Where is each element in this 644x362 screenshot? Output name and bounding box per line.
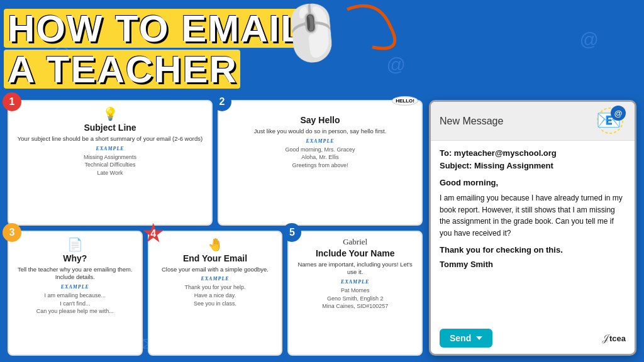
email-header-title: New Message xyxy=(440,116,503,127)
card-2-example-label: EXAMPLE xyxy=(225,138,415,144)
card-3: 3 📄 Why? Tell the teacher why you are em… xyxy=(8,231,143,356)
card-4-title: End Your Email xyxy=(155,253,275,263)
send-dropdown-arrow xyxy=(476,336,482,340)
email-body: To: myteacher@myschool.org Subject: Miss… xyxy=(431,141,635,329)
card-3-example-text: I am emailing because...I can't find...C… xyxy=(15,292,135,315)
email-subject: Subject: Missing Assignment xyxy=(440,160,626,172)
email-icon-container: 📧 @ xyxy=(591,107,626,135)
email-header: New Message 📧 @ xyxy=(431,102,635,141)
card-2-example-text: Good morning, Mrs. GraceyAloha, Mr. Elli… xyxy=(225,146,415,170)
card-2-desc: Just like you would do so in person, say… xyxy=(225,128,415,136)
card-4-example-text: Thank you for your help.Have a nice day.… xyxy=(155,283,275,307)
send-button-label: Send xyxy=(450,333,471,343)
email-thanks: Thank you for checking on this. xyxy=(440,245,626,255)
card-1-example-label: EXAMPLE xyxy=(15,146,205,151)
email-sender-name: Tommy Smith xyxy=(440,260,626,269)
email-panel: New Message 📧 @ To: myteacher@myschool.o… xyxy=(429,100,636,356)
cards-area: 1 💡 Subject Line Your subject line shoul… xyxy=(8,100,423,356)
send-button[interactable]: Send xyxy=(440,329,492,348)
card-2: 2 HELLO! Say Hello Just like you would d… xyxy=(218,100,423,226)
card-3-desc: Tell the teacher why you are emailing th… xyxy=(15,266,135,282)
content-area: 1 💡 Subject Line Your subject line shoul… xyxy=(8,100,636,356)
main-container: HOW TO EMAIL A TEACHER 🖱️ 1 💡 Sub xyxy=(0,0,644,362)
title-line1: HOW TO EMAIL xyxy=(8,9,305,48)
card-number-2: 2 xyxy=(213,92,231,111)
card-1: 1 💡 Subject Line Your subject line shoul… xyxy=(8,100,213,226)
cards-row-1: 1 💡 Subject Line Your subject line shoul… xyxy=(8,100,423,226)
card-2-title: Say Hello xyxy=(225,115,415,125)
title-line2: A TEACHER xyxy=(8,50,238,89)
card-5: 5 Gabriel Include Your Name Names are im… xyxy=(287,231,423,356)
email-body-text: I am emailing you because I have already… xyxy=(440,192,626,239)
card-4-example-label: EXAMPLE xyxy=(155,276,275,282)
cards-row-2: 3 📄 Why? Tell the teacher why you are em… xyxy=(8,231,423,356)
card-1-example-text: Missing AssignmentsTechnical Difficultie… xyxy=(15,153,205,177)
card-3-icon: 📄 xyxy=(15,237,135,252)
tcea-logo: 𝒥 tcea xyxy=(602,332,626,344)
card-5-desc: Names are important, including yours! Le… xyxy=(295,261,415,277)
card-5-signature: Gabriel xyxy=(295,237,415,247)
card-3-title: Why? xyxy=(15,253,135,263)
card-5-title: Include Your Name xyxy=(295,248,415,258)
card-number-1: 1 xyxy=(3,92,21,111)
card-number-3: 3 xyxy=(3,223,21,242)
card-4-icon: 🤚 xyxy=(155,237,275,252)
email-to-subject: To: myteacher@myschool.org Subject: Miss… xyxy=(440,147,626,172)
card-4: 4 🤚 End Your Email Close your email with… xyxy=(148,231,283,356)
at-badge: @ xyxy=(611,106,626,121)
mouse-graphic: 🖱️ xyxy=(275,0,347,67)
card-4-desc: Close your email with a simple goodbye. xyxy=(155,266,275,274)
card-1-desc: Your subject line should be a short summ… xyxy=(15,135,205,143)
email-to: To: myteacher@myschool.org xyxy=(440,147,626,160)
card-3-example-label: EXAMPLE xyxy=(15,284,135,290)
email-greeting: Good morning, xyxy=(440,178,626,187)
hello-bubble: HELLO! xyxy=(392,96,418,106)
card-1-title: Subject Line xyxy=(15,123,205,133)
email-footer: Send 𝒥 tcea xyxy=(431,329,635,354)
card-number-5: 5 xyxy=(282,223,301,242)
card-5-example-text: Pat MomesGeno Smith, English 2Mina Caine… xyxy=(295,287,415,310)
card-1-icon: 💡 xyxy=(15,106,205,121)
title-wrapper: HOW TO EMAIL A TEACHER xyxy=(8,6,305,92)
card-5-example-label: EXAMPLE xyxy=(295,279,415,285)
